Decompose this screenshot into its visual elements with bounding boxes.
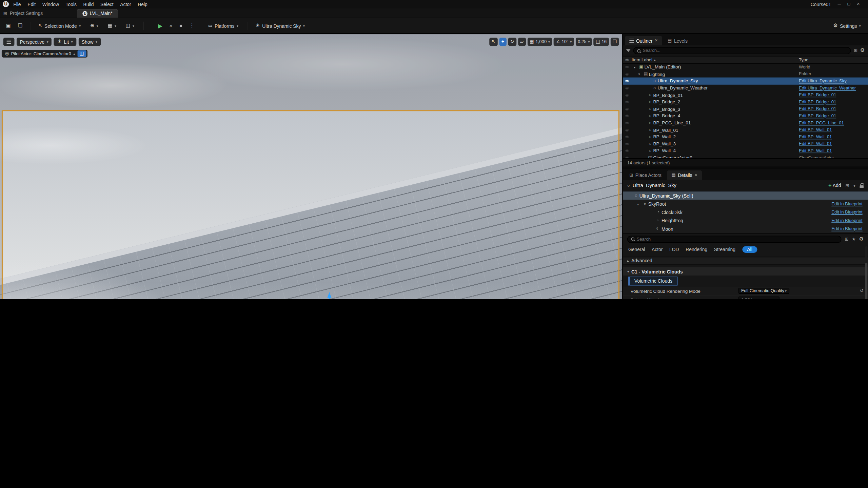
menu-item[interactable]: Edit bbox=[24, 1, 39, 7]
visibility-eye-icon[interactable] bbox=[625, 113, 629, 119]
edit-in-blueprint-link[interactable]: Edit in Blueprint bbox=[831, 218, 862, 223]
unreal-engine-logo-icon[interactable]: U bbox=[3, 1, 9, 7]
play-options-button[interactable] bbox=[187, 22, 197, 29]
outliner-row[interactable]: BP_PCG_Line_01 Edit BP_PCG_Line_01 bbox=[623, 119, 868, 126]
details-scrollbar[interactable] bbox=[865, 246, 868, 299]
visibility-eye-icon[interactable] bbox=[625, 106, 629, 111]
close-icon[interactable] bbox=[694, 172, 697, 178]
perspective-dropdown[interactable]: Perspective bbox=[17, 38, 52, 46]
transform-gizmo[interactable] bbox=[302, 286, 363, 299]
menu-item[interactable]: Window bbox=[39, 1, 62, 7]
outliner-item-type-link[interactable]: Edit Ultra_Dynamic_Sky bbox=[799, 79, 866, 84]
filter-button[interactable]: General bbox=[628, 246, 645, 252]
category-header[interactable]: C1 - Volumetric Clouds bbox=[623, 267, 868, 276]
property-value-field[interactable]: Full Cinematic Quality bbox=[738, 288, 789, 294]
reset-to-default-icon[interactable] bbox=[860, 288, 864, 293]
view-mode-dropdown[interactable]: Lit bbox=[54, 38, 76, 46]
outliner-row[interactable]: BP_Wall_4 Edit BP_Wall_01 bbox=[623, 147, 868, 154]
tab-levels[interactable]: Levels bbox=[663, 36, 692, 45]
outliner-column-header[interactable]: Item Label Type bbox=[623, 56, 868, 64]
stop-piloting-icon[interactable] bbox=[73, 52, 75, 56]
outliner-row[interactable]: Ultra_Dynamic_Weather Edit Ultra_Dynamic… bbox=[623, 84, 868, 92]
visibility-eye-icon[interactable] bbox=[625, 148, 629, 154]
edit-in-blueprint-link[interactable]: Edit in Blueprint bbox=[831, 226, 862, 231]
component-row[interactable]: HeightFog Edit in Blueprint bbox=[623, 216, 868, 224]
grid-snap-dropdown[interactable]: 1,000 bbox=[528, 38, 552, 46]
outliner-item-type-link[interactable]: Edit BP_Bridge_01 bbox=[799, 106, 866, 111]
outliner-row[interactable]: BP_Bridge_3 Edit BP_Bridge_01 bbox=[623, 105, 868, 113]
visibility-eye-icon[interactable] bbox=[625, 78, 629, 84]
minimize-icon[interactable] bbox=[838, 2, 841, 7]
rotation-snap-dropdown[interactable]: 10° bbox=[554, 38, 574, 46]
visibility-eye-icon[interactable] bbox=[625, 155, 629, 158]
save-button[interactable] bbox=[4, 22, 13, 29]
viewport-options-button[interactable] bbox=[3, 38, 15, 46]
select-tool-button[interactable] bbox=[489, 38, 497, 46]
details-settings-icon[interactable] bbox=[859, 237, 864, 242]
outliner-row[interactable]: Ultra_Dynamic_Sky Edit Ultra_Dynamic_Sky bbox=[623, 78, 868, 85]
settings-dropdown[interactable]: Settings bbox=[830, 21, 864, 30]
outliner-row[interactable]: BP_Wall_2 Edit BP_Wall_01 bbox=[623, 133, 868, 140]
expander-arrow-icon[interactable] bbox=[634, 65, 638, 69]
outliner-search-box[interactable] bbox=[633, 47, 851, 54]
edit-in-blueprint-link[interactable]: Edit in Blueprint bbox=[831, 201, 862, 206]
skip-button[interactable] bbox=[167, 22, 174, 29]
content-import-button[interactable] bbox=[16, 22, 25, 29]
outliner-item-type-link[interactable]: Edit BP_Wall_01 bbox=[799, 141, 866, 146]
visibility-eye-icon[interactable] bbox=[625, 127, 629, 133]
outliner-row[interactable]: CineCameraActor0 CineCameraActor bbox=[623, 154, 868, 158]
favorites-icon[interactable] bbox=[852, 237, 856, 242]
move-tool-button[interactable] bbox=[499, 38, 507, 46]
details-search-input[interactable] bbox=[637, 237, 838, 242]
scale-snap-dropdown[interactable]: 0.25 bbox=[576, 38, 592, 46]
tab-lvl-main[interactable]: U LVL_Main* bbox=[77, 9, 118, 18]
details-search-box[interactable] bbox=[627, 236, 842, 243]
outliner-item-type-link[interactable]: Edit BP_Wall_01 bbox=[799, 127, 866, 133]
outliner-row[interactable]: BP_Wall_01 Edit BP_Wall_01 bbox=[623, 126, 868, 134]
lock-icon[interactable] bbox=[860, 185, 864, 188]
display-options-icon[interactable] bbox=[845, 237, 849, 242]
outliner-row[interactable]: BP_Bridge_2 Edit BP_Bridge_01 bbox=[623, 99, 868, 106]
platforms-dropdown[interactable]: Platforms bbox=[205, 21, 242, 30]
tab-details[interactable]: Details bbox=[667, 170, 702, 180]
visibility-eye-icon[interactable] bbox=[625, 120, 629, 125]
expander-arrow-icon[interactable] bbox=[638, 72, 643, 76]
show-flags-dropdown[interactable]: Show bbox=[78, 38, 101, 46]
camera-speed-button[interactable]: 16 bbox=[594, 38, 609, 46]
edit-in-blueprint-link[interactable]: Edit in Blueprint bbox=[831, 210, 862, 215]
visibility-column-icon[interactable] bbox=[625, 58, 629, 63]
property-value-field[interactable]: 0.55 km bbox=[738, 297, 780, 299]
outliner-item-type-link[interactable]: Edit BP_Bridge_01 bbox=[799, 114, 866, 119]
pilot-actor-bar[interactable]: Pilot Actor: CineCameraActor0 bbox=[2, 50, 87, 58]
menu-item[interactable]: File bbox=[10, 1, 24, 7]
visibility-eye-icon[interactable] bbox=[625, 141, 629, 146]
visibility-eye-icon[interactable] bbox=[625, 134, 629, 139]
play-button[interactable] bbox=[156, 22, 165, 29]
expander-arrow-icon[interactable] bbox=[637, 202, 642, 206]
advanced-section-header[interactable]: Advanced bbox=[623, 257, 868, 265]
outliner-item-type-link[interactable]: Edit Ultra_Dynamic_Weather bbox=[799, 85, 866, 90]
outliner-row[interactable]: BP_Bridge_01 Edit BP_Bridge_01 bbox=[623, 92, 868, 99]
component-row[interactable]: ClockDisk Edit in Blueprint bbox=[623, 208, 868, 216]
outliner-browse-icon[interactable] bbox=[854, 48, 857, 53]
outliner-item-type-link[interactable]: Edit BP_Wall_01 bbox=[799, 134, 866, 139]
outliner-item-type-link[interactable]: World bbox=[799, 65, 866, 70]
outliner-item-type-link[interactable]: Edit BP_Wall_01 bbox=[799, 148, 866, 153]
outliner-item-type-link[interactable]: Edit BP_Bridge_01 bbox=[799, 93, 866, 98]
chevron-down-icon[interactable] bbox=[854, 183, 855, 188]
outliner-item-type-link[interactable]: Folder bbox=[799, 72, 866, 77]
edit-blueprint-icon[interactable] bbox=[846, 183, 849, 188]
close-icon[interactable] bbox=[857, 2, 860, 7]
outliner-item-type-link[interactable]: Edit BP_PCG_Line_01 bbox=[799, 120, 866, 125]
menu-item[interactable]: Build bbox=[80, 1, 97, 7]
maximize-viewport-button[interactable] bbox=[611, 38, 619, 46]
menu-item[interactable]: Help bbox=[134, 1, 151, 7]
outliner-row[interactable]: BP_Wall_3 Edit BP_Wall_01 bbox=[623, 140, 868, 147]
menu-item[interactable]: Select bbox=[97, 1, 117, 7]
visibility-eye-icon[interactable] bbox=[625, 85, 629, 91]
outliner-row[interactable]: BP_Bridge_4 Edit BP_Bridge_01 bbox=[623, 113, 868, 120]
outliner-settings-icon[interactable] bbox=[860, 48, 865, 53]
menu-item[interactable]: Actor bbox=[117, 1, 134, 7]
editor-mode-dropdown[interactable]: Selection Mode bbox=[35, 21, 84, 30]
maximize-icon[interactable] bbox=[847, 2, 850, 7]
